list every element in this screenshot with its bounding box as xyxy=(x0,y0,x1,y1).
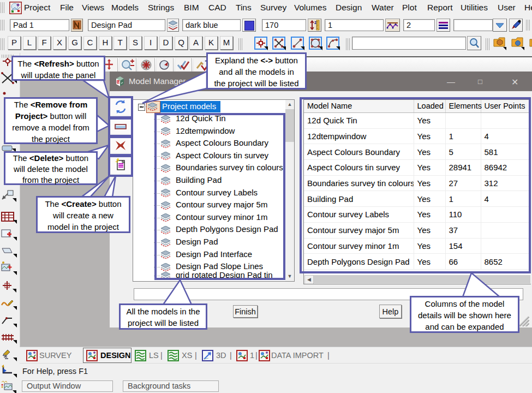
svg-text:12: 12 xyxy=(117,80,121,84)
